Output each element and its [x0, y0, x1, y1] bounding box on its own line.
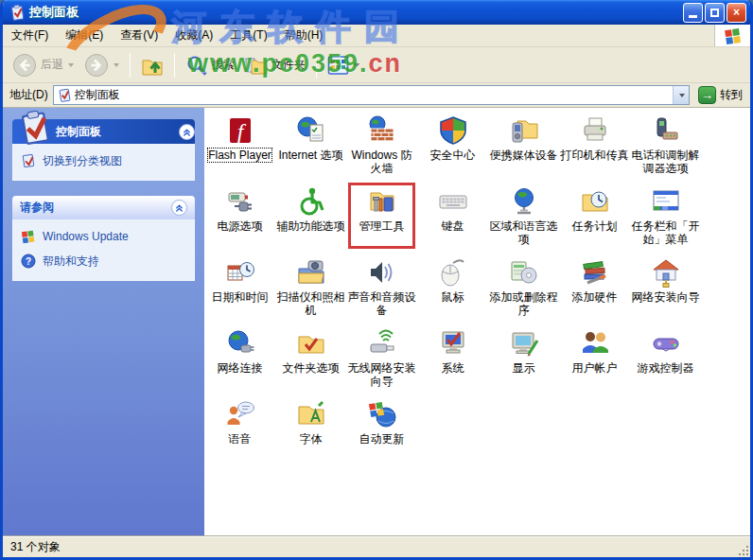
- category-view-icon: [21, 153, 36, 168]
- cp-item-display[interactable]: 显示: [488, 324, 559, 395]
- back-label: 后退: [41, 57, 63, 73]
- cp-item-sounds-audio[interactable]: 声音和音频设备: [346, 254, 417, 324]
- item-label: 区域和语言选项: [489, 219, 559, 246]
- folders-icon: [245, 54, 268, 77]
- cp-item-internet-options[interactable]: Internet 选项: [275, 112, 346, 183]
- panel-body: 切换到分类视图: [12, 144, 195, 181]
- item-label: 键盘: [442, 219, 464, 233]
- switch-to-category-view-link[interactable]: 切换到分类视图: [21, 153, 186, 168]
- control-panel-large-icon: [16, 111, 50, 145]
- help-and-support-link[interactable]: ? 帮助和支持: [21, 254, 186, 269]
- maximize-button[interactable]: [705, 3, 725, 23]
- cp-item-phone-modem[interactable]: 电话和调制解调器选项: [630, 112, 701, 183]
- item-label: 日期和时间: [212, 290, 269, 304]
- minimize-button[interactable]: [683, 3, 703, 23]
- item-label: 字体: [300, 432, 323, 446]
- menu-view[interactable]: 查看(V): [112, 25, 166, 46]
- forward-icon: [84, 53, 109, 78]
- item-label: Windows 防火墙: [347, 149, 417, 175]
- taskbar-startmenu-icon: [651, 186, 681, 217]
- admin-tools-icon: [367, 186, 397, 217]
- item-label: 安全中心: [430, 149, 476, 162]
- cp-item-printers-faxes[interactable]: 打印机和传真: [559, 112, 630, 183]
- windows-update-link[interactable]: Windows Update: [21, 229, 186, 244]
- toolbar-separator: [316, 53, 317, 78]
- control-panel-task-panel: 控制面板 切换到分类视图: [12, 119, 195, 181]
- up-folder-icon: [141, 54, 164, 77]
- phone-modem-icon: [651, 115, 681, 146]
- resize-grip[interactable]: [737, 544, 749, 556]
- item-label: 任务栏和「开始」菜单: [631, 219, 701, 246]
- cp-item-power-options[interactable]: 电源选项: [204, 183, 275, 254]
- cp-item-add-remove-programs[interactable]: 添加或删除程序: [488, 254, 559, 324]
- cp-item-auto-updates[interactable]: 自动更新: [346, 395, 417, 466]
- folders-button[interactable]: 文件夹: [241, 52, 309, 79]
- cp-item-region-language[interactable]: 区域和语言选项: [488, 183, 559, 254]
- close-button[interactable]: ×: [727, 3, 746, 23]
- address-label: 地址(D): [7, 87, 48, 103]
- title-bar[interactable]: 控制面板 ×: [3, 0, 750, 25]
- cp-item-windows-firewall[interactable]: Windows 防火墙: [346, 112, 417, 183]
- cp-item-speech[interactable]: 语音: [204, 395, 275, 466]
- menu-edit[interactable]: 编辑(E): [57, 25, 112, 46]
- menu-tools[interactable]: 工具(T): [221, 25, 275, 46]
- address-dropdown-button[interactable]: [673, 86, 689, 104]
- views-button[interactable]: [324, 53, 363, 78]
- help-icon: ?: [21, 254, 36, 269]
- menu-file[interactable]: 文件(F): [3, 25, 57, 46]
- panel-header[interactable]: 控制面板: [12, 119, 195, 144]
- item-label: 添加或删除程序: [489, 290, 559, 317]
- printer-fax-icon: [580, 115, 610, 146]
- windows-flag-icon: [724, 26, 743, 45]
- cp-item-security-center[interactable]: 安全中心: [417, 112, 488, 183]
- search-button[interactable]: 搜索: [182, 52, 238, 79]
- object-count: 31 个对象: [10, 539, 61, 555]
- cp-item-network-wizard[interactable]: 网络安装向导: [630, 254, 701, 324]
- address-input[interactable]: 控制面板: [53, 85, 690, 105]
- views-icon: [327, 55, 349, 76]
- cp-item-date-time[interactable]: 日期和时间: [204, 254, 275, 324]
- item-label: 用户帐户: [572, 361, 618, 375]
- cp-item-system[interactable]: 系统: [417, 324, 488, 395]
- network-wizard-icon: [651, 257, 681, 288]
- toolbar-separator: [174, 53, 175, 78]
- flash-player-icon: f: [225, 115, 255, 146]
- network-connections-icon: [225, 328, 255, 359]
- cp-item-flash-player[interactable]: f Flash Player: [204, 112, 275, 183]
- chevron-up-icon: [182, 127, 192, 137]
- cp-item-accessibility[interactable]: 辅助功能选项: [275, 183, 346, 254]
- collapse-panel-button[interactable]: [171, 200, 187, 216]
- menu-favorites[interactable]: 收藏(A): [166, 25, 221, 46]
- cp-item-folder-options[interactable]: 文件夹选项: [275, 324, 346, 395]
- cp-item-taskbar-startmenu[interactable]: 任务栏和「开始」菜单: [630, 183, 701, 254]
- cp-item-network-connections[interactable]: 网络连接: [204, 324, 275, 395]
- cp-item-portable-media[interactable]: 便携媒体设备: [488, 112, 559, 183]
- cp-item-admin-tools[interactable]: 管理工具: [346, 183, 417, 254]
- cp-item-add-hardware[interactable]: 添加硬件: [559, 254, 630, 324]
- display-icon: [509, 328, 539, 359]
- menu-help[interactable]: 帮助(H): [276, 25, 332, 46]
- item-label: Internet 选项: [278, 149, 342, 162]
- mouse-icon: [438, 257, 468, 288]
- back-button[interactable]: 后退: [9, 51, 78, 79]
- collapse-panel-button[interactable]: [179, 124, 195, 140]
- cp-item-fonts[interactable]: 字体: [275, 395, 346, 466]
- cp-item-game-controllers[interactable]: 游戏控制器: [630, 324, 701, 395]
- toolbar-separator: [130, 53, 131, 78]
- link-label: 帮助和支持: [43, 254, 99, 269]
- panel-title: 控制面板: [56, 124, 179, 140]
- panel-header[interactable]: 请参阅: [12, 196, 195, 219]
- forward-button[interactable]: [80, 51, 123, 79]
- svg-text:?: ?: [26, 256, 31, 267]
- cp-item-user-accounts[interactable]: 用户帐户: [559, 324, 630, 395]
- cp-item-scanners-cameras[interactable]: 扫描仪和照相机: [275, 254, 346, 324]
- chevron-down-icon: [679, 94, 685, 97]
- up-button[interactable]: [137, 52, 167, 79]
- maximize-icon: [710, 9, 719, 17]
- item-label: 鼠标: [442, 290, 464, 304]
- cp-item-keyboard[interactable]: 键盘: [417, 183, 488, 254]
- cp-item-scheduled-tasks[interactable]: 任务计划: [559, 183, 630, 254]
- cp-item-mouse[interactable]: 鼠标: [417, 254, 488, 324]
- cp-item-wireless-wizard[interactable]: 无线网络安装向导: [346, 324, 417, 395]
- go-button[interactable]: → 转到: [694, 86, 746, 104]
